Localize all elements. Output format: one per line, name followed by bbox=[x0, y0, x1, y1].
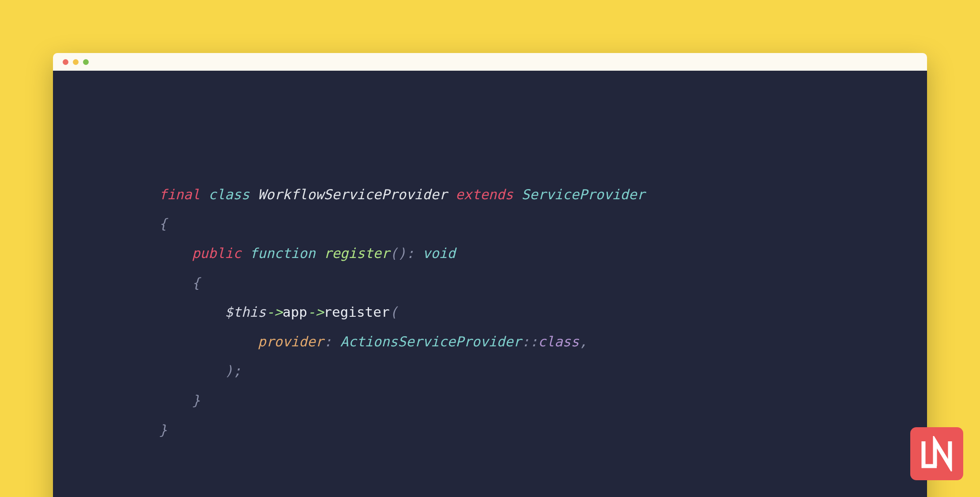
code-line-7: ); bbox=[159, 363, 241, 379]
code-line-1: final class WorkflowServiceProvider exte… bbox=[159, 186, 645, 202]
class-literal: class bbox=[538, 334, 579, 349]
named-arg: provider bbox=[258, 334, 324, 349]
code-editor: final class WorkflowServiceProvider exte… bbox=[53, 71, 927, 497]
semicolon: ; bbox=[233, 363, 241, 379]
keyword-class: class bbox=[208, 186, 249, 202]
code-window: final class WorkflowServiceProvider exte… bbox=[53, 53, 927, 497]
var-this: $this bbox=[225, 304, 266, 320]
comma: , bbox=[579, 334, 588, 349]
class-name: WorkflowServiceProvider bbox=[258, 186, 447, 202]
keyword-extends: extends bbox=[456, 186, 513, 202]
function-name: register bbox=[324, 245, 389, 261]
prop-app: app bbox=[283, 304, 307, 320]
keyword-function: function bbox=[249, 245, 315, 261]
window-titlebar bbox=[53, 53, 927, 71]
brace-open: { bbox=[192, 275, 200, 291]
keyword-final: final bbox=[159, 186, 200, 202]
parent-class: ServiceProvider bbox=[521, 186, 645, 202]
code-line-4: { bbox=[159, 275, 200, 291]
code-line-3: public function register(): void bbox=[159, 245, 456, 261]
double-colon: :: bbox=[521, 334, 538, 349]
brace-close: } bbox=[159, 422, 167, 438]
class-reference: ActionsServiceProvider bbox=[340, 334, 522, 349]
brace-close: } bbox=[192, 392, 200, 408]
code-line-2: { bbox=[159, 216, 167, 231]
code-line-8: } bbox=[159, 392, 200, 408]
parens: () bbox=[390, 245, 406, 261]
keyword-void: void bbox=[422, 245, 456, 261]
code-line-9: } bbox=[159, 422, 167, 438]
arrow-op: -> bbox=[307, 304, 324, 320]
arrow-op: -> bbox=[266, 304, 283, 320]
close-icon[interactable] bbox=[63, 59, 68, 65]
arg-colon: : bbox=[324, 334, 332, 349]
paren-open: ( bbox=[390, 304, 398, 320]
code-line-5: $this->app->register( bbox=[159, 304, 398, 320]
code-line-6: provider: ActionsServiceProvider::class, bbox=[159, 334, 588, 349]
paren-close: ) bbox=[225, 363, 233, 379]
return-colon: : bbox=[406, 245, 415, 261]
maximize-icon[interactable] bbox=[83, 59, 89, 65]
logo-ln-icon bbox=[919, 436, 954, 471]
minimize-icon[interactable] bbox=[73, 59, 79, 65]
keyword-public: public bbox=[192, 245, 241, 261]
brace-open: { bbox=[159, 216, 167, 231]
logo-badge bbox=[910, 427, 963, 480]
method-register: register bbox=[324, 304, 389, 320]
